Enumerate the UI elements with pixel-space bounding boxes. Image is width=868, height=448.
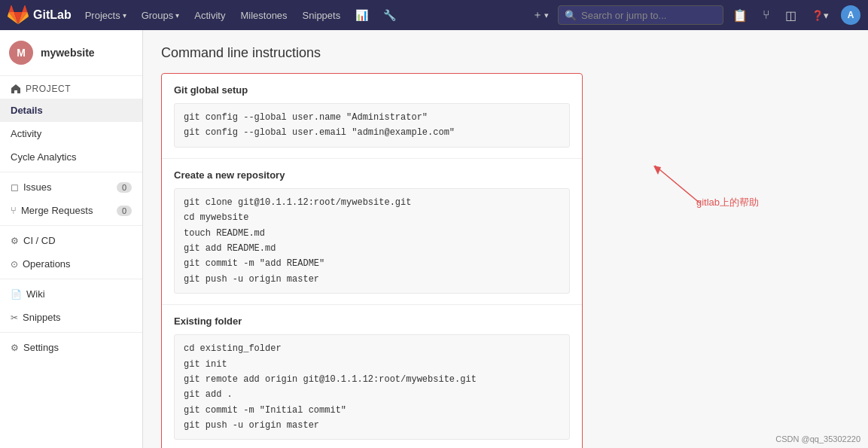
wiki-icon: 📄 <box>11 289 22 300</box>
annotation-text: gitlab上的帮助 <box>696 196 759 209</box>
avatar: M <box>9 41 33 65</box>
search-input[interactable] <box>581 10 709 21</box>
main-content: Command line instructions Git global set… <box>143 30 868 448</box>
sidebar-project-header: Project <box>0 76 142 99</box>
sidebar-item-wiki[interactable]: 📄 Wiki <box>0 282 142 306</box>
sidebar-item-details[interactable]: Details <box>0 99 142 122</box>
section-create-new-repo: Create a new repository git clone git@10… <box>162 158 582 304</box>
page-title: Command line instructions <box>161 45 850 61</box>
search-bar[interactable]: 🔍 <box>558 5 723 25</box>
issues-icon[interactable]: ◫ <box>779 0 803 30</box>
chart-icon[interactable]: 📊 <box>349 0 374 30</box>
command-instructions-container: Git global setup git config --global use… <box>161 73 583 448</box>
wrench-icon[interactable]: 🔧 <box>377 0 402 30</box>
svg-line-0 <box>655 166 700 203</box>
house-icon <box>11 84 21 94</box>
sidebar-item-cycle-analytics[interactable]: Cycle Analytics <box>0 145 142 169</box>
chevron-down-icon: ▾ <box>123 11 126 20</box>
sidebar-item-operations[interactable]: ⊙ Operations <box>0 252 142 276</box>
gitlab-logo-text: GitLab <box>33 8 72 22</box>
clipboard-icon[interactable]: 📋 <box>726 0 754 30</box>
watermark: CSDN @qq_35302220 <box>775 434 860 443</box>
topnav: GitLab Projects ▾ Groups ▾ Activity Mile… <box>0 0 868 30</box>
section-title: Create a new repository <box>174 169 570 181</box>
sidebar-divider-3 <box>0 279 142 279</box>
nav-activity[interactable]: Activity <box>188 0 231 30</box>
new-item-button[interactable]: ＋▾ <box>526 0 555 30</box>
annotation-area: gitlab上的帮助 <box>640 158 715 213</box>
section-title: Git global setup <box>174 84 570 96</box>
chevron-down-icon: ▾ <box>175 11 179 20</box>
sidebar-divider-1 <box>0 172 142 172</box>
sidebar: M mywebsite Project Details Activity Cyc… <box>0 30 143 448</box>
code-block-existing-folder: cd existing_folder git init git remote a… <box>174 334 570 440</box>
nav-groups[interactable]: Groups ▾ <box>136 0 186 30</box>
nav-projects[interactable]: Projects ▾ <box>79 0 132 30</box>
code-block-git-global: git config --global user.name "Administr… <box>174 103 570 148</box>
sidebar-item-settings[interactable]: ⚙ Settings <box>0 336 142 359</box>
sidebar-item-activity[interactable]: Activity <box>0 122 142 145</box>
help-icon[interactable]: ❓▾ <box>806 0 835 30</box>
sidebar-divider-4 <box>0 332 142 333</box>
gitlab-logo[interactable]: GitLab <box>8 5 72 26</box>
issues-badge: 0 <box>117 182 132 193</box>
snippets-icon: ✂ <box>11 312 18 323</box>
merge-badge: 0 <box>117 206 132 216</box>
code-block-new-repo: git clone git@10.1.1.12:root/mywebsite.g… <box>174 188 570 294</box>
ci-icon: ⚙ <box>11 236 19 246</box>
merge-requests-icon[interactable]: ⑂ <box>757 0 776 30</box>
user-avatar[interactable]: A <box>841 5 860 25</box>
search-icon: 🔍 <box>565 10 577 21</box>
sidebar-item-issues[interactable]: ◻ Issues 0 <box>0 175 142 199</box>
sidebar-item-ci-cd[interactable]: ⚙ CI / CD <box>0 229 142 252</box>
section-title: Existing folder <box>174 315 570 327</box>
merge-icon: ⑂ <box>11 205 17 216</box>
sidebar-user: M mywebsite <box>0 30 142 76</box>
sidebar-divider-2 <box>0 225 142 226</box>
section-existing-folder: Existing folder cd existing_folder git i… <box>162 304 582 448</box>
nav-snippets[interactable]: Snippets <box>297 0 347 30</box>
settings-icon: ⚙ <box>11 343 19 353</box>
layout: M mywebsite Project Details Activity Cyc… <box>0 30 868 448</box>
sidebar-username: mywebsite <box>41 47 95 59</box>
sidebar-item-merge-requests[interactable]: ⑂ Merge Requests 0 <box>0 199 142 222</box>
nav-milestones[interactable]: Milestones <box>234 0 293 30</box>
operations-icon: ⊙ <box>11 259 18 270</box>
issues-icon: ◻ <box>11 181 19 193</box>
section-git-global-setup: Git global setup git config --global use… <box>162 74 582 158</box>
sidebar-item-snippets[interactable]: ✂ Snippets <box>0 306 142 329</box>
